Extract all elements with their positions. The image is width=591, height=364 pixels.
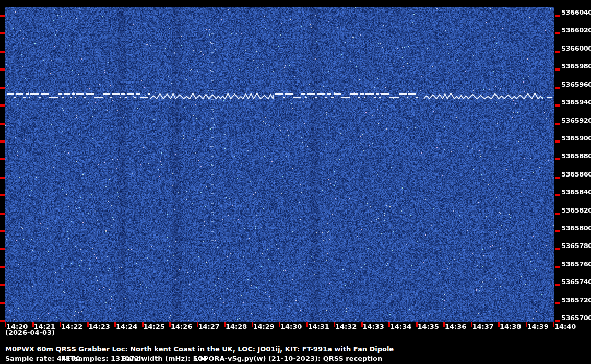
freq-tick-right xyxy=(555,68,560,71)
time-label: 14:32 xyxy=(335,323,357,331)
freq-tick-right xyxy=(555,177,560,179)
freq-label: 5365820 xyxy=(561,207,591,214)
time-label: 14:22 xyxy=(61,323,82,331)
signal-trace-canvas xyxy=(5,7,554,322)
freq-tick-right xyxy=(555,51,560,53)
freq-tick-right xyxy=(555,194,560,196)
freq-label: 5365940 xyxy=(561,99,591,105)
time-label: 14:40 xyxy=(554,323,576,331)
freq-tick-left xyxy=(0,266,5,268)
time-label: 14:31 xyxy=(308,323,329,331)
freq-label: 5365740 xyxy=(561,278,591,285)
freq-tick-right xyxy=(555,140,560,143)
freq-tick-right xyxy=(555,266,560,268)
time-label: 14:34 xyxy=(390,323,411,331)
freq-label: 5366040 xyxy=(561,9,591,16)
freq-tick-right xyxy=(555,302,560,304)
time-label: 14:29 xyxy=(253,323,275,331)
freq-tick-right xyxy=(555,15,560,17)
time-label: 14:23 xyxy=(89,323,110,331)
freq-tick-right xyxy=(555,32,560,34)
freq-tick-right xyxy=(555,104,560,107)
freq-tick-left xyxy=(0,87,5,89)
freq-tick-left xyxy=(0,104,5,107)
qrss-grabber-screenshot: 5366040536602053660005365980536596053659… xyxy=(0,0,591,364)
freq-tick-left xyxy=(0,194,5,196)
freq-label: 5365920 xyxy=(561,117,591,124)
freq-tick-left xyxy=(0,302,5,304)
freq-label: 5365800 xyxy=(561,225,591,231)
freq-label: 5365720 xyxy=(561,297,591,303)
freq-tick-right xyxy=(555,123,560,125)
freq-label: 5365980 xyxy=(561,63,591,69)
freq-tick-right xyxy=(555,213,560,215)
time-label: 14:39 xyxy=(527,323,549,331)
freq-label: 5365780 xyxy=(561,242,591,249)
freq-label: 5365700 xyxy=(561,314,591,321)
freq-label: 5365840 xyxy=(561,189,591,195)
freq-tick-left xyxy=(0,158,5,160)
freq-tick-right xyxy=(555,284,560,286)
freq-tick-left xyxy=(0,248,5,250)
freq-tick-left xyxy=(0,213,5,215)
time-label: 14:35 xyxy=(418,323,439,331)
date-label: (2026-04-03) xyxy=(5,328,55,336)
freq-label: 5366000 xyxy=(561,45,591,52)
time-label: 14:26 xyxy=(171,323,192,331)
time-label: 14:25 xyxy=(144,323,165,331)
freq-tick-left xyxy=(0,140,5,143)
freq-tick-left xyxy=(0,68,5,71)
time-label: 14:30 xyxy=(280,323,302,331)
freq-tick-right xyxy=(555,158,560,160)
freq-tick-left xyxy=(0,123,5,125)
freq-tick-right xyxy=(555,248,560,250)
time-label: 14:36 xyxy=(445,323,466,331)
freq-tick-left xyxy=(0,15,5,17)
freq-label: 5365760 xyxy=(561,261,591,267)
time-label: 14:37 xyxy=(472,323,494,331)
time-label: 14:24 xyxy=(116,323,137,331)
freq-tick-left xyxy=(0,177,5,179)
freq-label: 5365860 xyxy=(561,171,591,178)
time-label: 14:28 xyxy=(226,323,247,331)
freq-tick-left xyxy=(0,51,5,53)
freq-label: 5366020 xyxy=(561,27,591,33)
settings-info-item: LOPORA-v5g.py(w) (21-10-2023): QRSS rece… xyxy=(194,355,382,362)
time-label: 14:27 xyxy=(198,323,220,331)
freq-label: 5365960 xyxy=(561,81,591,88)
freq-label: 5365880 xyxy=(561,152,591,159)
freq-label: 5365900 xyxy=(561,135,591,142)
time-label: 14:33 xyxy=(363,323,384,331)
freq-tick-left xyxy=(0,284,5,286)
freq-tick-right xyxy=(555,320,560,322)
time-label: 14:38 xyxy=(500,323,521,331)
freq-tick-right xyxy=(555,230,560,232)
freq-tick-right xyxy=(555,87,560,89)
station-info-line: M0PWX 60m QRSS Grabber Loc: North kent C… xyxy=(5,345,394,353)
freq-tick-left xyxy=(0,230,5,232)
freq-tick-left xyxy=(0,32,5,34)
